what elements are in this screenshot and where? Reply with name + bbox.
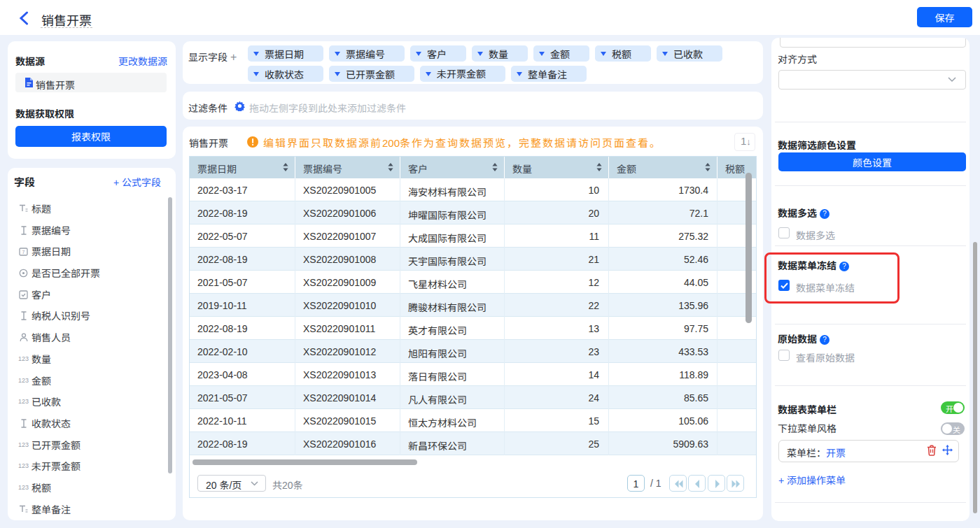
svg-text:7: 7 — [22, 250, 25, 255]
